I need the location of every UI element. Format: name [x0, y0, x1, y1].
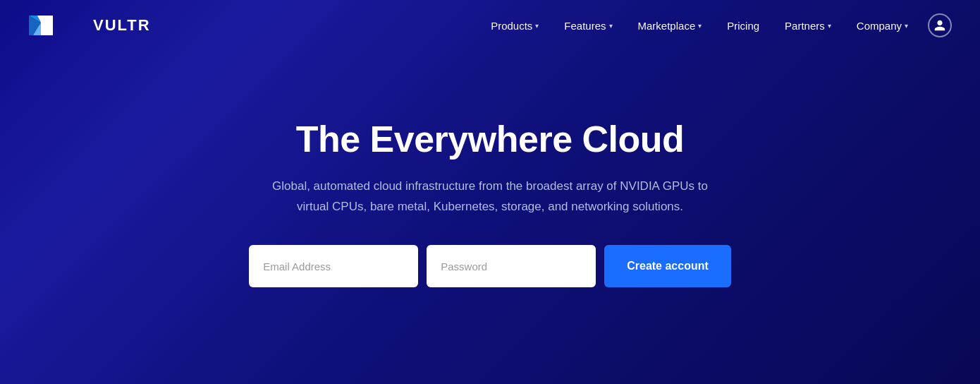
nav-item-features[interactable]: Features ▾ — [553, 14, 623, 37]
hero-title: The Everywhere Cloud — [296, 119, 685, 160]
chevron-down-icon: ▾ — [535, 22, 539, 30]
nav-item-products[interactable]: Products ▾ — [479, 14, 550, 37]
logo[interactable]: VULTR — [28, 13, 151, 38]
nav-item-marketplace[interactable]: Marketplace ▾ — [627, 14, 713, 37]
nav-links: Products ▾ Features ▾ Marketplace ▾ Pric… — [479, 13, 952, 37]
password-input[interactable] — [427, 245, 596, 287]
nav-label-company: Company — [857, 20, 902, 32]
create-account-button[interactable]: Create account — [604, 245, 731, 287]
nav-label-features: Features — [564, 20, 606, 32]
nav-item-pricing[interactable]: Pricing — [716, 14, 771, 37]
nav-label-products: Products — [491, 20, 532, 32]
nav-label-pricing: Pricing — [727, 20, 759, 32]
chevron-down-icon: ▾ — [698, 22, 702, 30]
hero-section: The Everywhere Cloud Global, automated c… — [0, 51, 980, 384]
navbar: VULTR Products ▾ Features ▾ Marketplace … — [0, 0, 980, 51]
nav-item-company[interactable]: Company ▾ — [845, 14, 919, 37]
email-input[interactable] — [249, 245, 418, 287]
chevron-down-icon: ▾ — [905, 22, 908, 30]
nav-label-partners: Partners — [785, 20, 825, 32]
nav-item-partners[interactable]: Partners ▾ — [773, 14, 843, 37]
cta-form: Create account — [249, 245, 731, 287]
user-account-icon[interactable] — [928, 13, 952, 37]
page-wrapper: VULTR Products ▾ Features ▾ Marketplace … — [0, 0, 980, 384]
chevron-down-icon: ▾ — [828, 22, 831, 30]
logo-text: VULTR — [93, 16, 151, 35]
hero-subtitle: Global, automated cloud infrastructure f… — [271, 176, 709, 217]
chevron-down-icon: ▾ — [609, 22, 613, 30]
nav-label-marketplace: Marketplace — [638, 20, 696, 32]
